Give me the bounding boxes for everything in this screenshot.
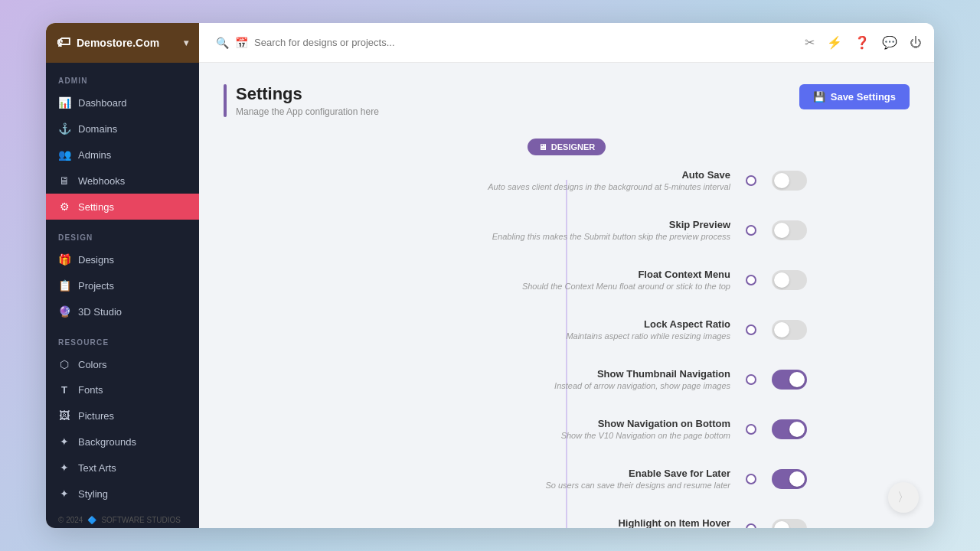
toggle-highlight-hover[interactable]	[772, 519, 807, 529]
setting-desc: Auto saves client designs in the backgro…	[224, 182, 730, 191]
sidebar-item-projects[interactable]: 📋 Projects	[46, 272, 199, 298]
setting-desc: Should the Context Menu float around or …	[224, 282, 730, 291]
setting-desc: Enabling this makes the Submit button sk…	[224, 232, 730, 241]
resource-section-label: RESOURCE	[46, 324, 199, 351]
sidebar-label-webhooks: Webhooks	[78, 175, 125, 187]
settings-list: Auto Save Auto saves client designs in t…	[224, 155, 910, 528]
search-input[interactable]	[254, 37, 788, 48]
designer-badge-label: DESIGNER	[551, 142, 595, 152]
sidebar-item-colors[interactable]: ⬡ Colors	[46, 351, 199, 377]
sidebar-footer: © 2024 🔷 SOFTWARE STUDIOS	[46, 507, 199, 528]
setting-toggle-area	[756, 171, 910, 191]
toggle-thumb	[789, 422, 805, 437]
sidebar-item-admins[interactable]: 👥 Admins	[46, 142, 199, 168]
toggle-float-context-menu[interactable]	[772, 270, 807, 290]
toggle-thumb	[774, 322, 789, 337]
chat-icon[interactable]: 💬	[882, 35, 897, 50]
designer-badge: 🖥 DESIGNER	[528, 139, 606, 155]
setting-info: Skip Preview Enabling this makes the Sub…	[224, 219, 746, 241]
sidebar-label-projects: Projects	[78, 280, 114, 292]
sidebar-item-webhooks[interactable]: 🖥 Webhooks	[46, 168, 199, 194]
toggle-thumb	[774, 521, 789, 529]
sidebar-label-admins: Admins	[78, 149, 111, 161]
setting-row: Highlight on Item Hover Highlights the i…	[224, 504, 910, 528]
lightning-icon[interactable]: ⚡	[827, 35, 842, 50]
topbar-logo[interactable]: 🏷 Demostore.Com ▾	[46, 23, 199, 63]
sidebar-item-settings[interactable]: ⚙ Settings	[46, 194, 199, 220]
webhooks-icon: 🖥	[58, 174, 70, 187]
settings-icon: ⚙	[58, 201, 70, 213]
sidebar-item-fonts[interactable]: T Fonts	[46, 377, 199, 403]
power-icon[interactable]: ⏻	[910, 36, 922, 50]
timeline-dot	[746, 275, 756, 285]
toggle-thumb	[774, 173, 789, 188]
setting-toggle-area	[756, 519, 910, 529]
toggle-track	[772, 419, 807, 439]
timeline-dot	[746, 175, 756, 186]
toggle-enable-save-later[interactable]	[772, 469, 807, 489]
sidebar-item-textarts[interactable]: ✦ Text Arts	[46, 455, 199, 481]
timeline-dot	[746, 374, 756, 385]
topbar: 🏷 Demostore.Com ▾ 🔍 📅 ✂ ⚡ ❓ 💬 ⏻	[46, 23, 934, 63]
toggle-show-thumbnail-nav[interactable]	[772, 370, 807, 390]
cut-icon[interactable]: ✂	[805, 35, 815, 50]
toggle-thumb	[774, 223, 789, 238]
toggle-thumb	[789, 471, 805, 487]
sidebar-item-domains[interactable]: ⚓ Domains	[46, 116, 199, 142]
sidebar-item-dashboard[interactable]: 📊 Dashboard	[46, 90, 199, 116]
sidebar-label-domains: Domains	[78, 123, 117, 135]
sidebar-item-3dstudio[interactable]: 🔮 3D Studio	[46, 298, 199, 324]
content-area: Settings Manage the App configuration he…	[199, 63, 934, 528]
sidebar-item-styling[interactable]: ✦ Styling	[46, 481, 199, 507]
sidebar-item-backgrounds[interactable]: ✦ Backgrounds	[46, 429, 199, 455]
calendar-icon: 📅	[235, 37, 248, 49]
timeline-dot	[746, 424, 756, 435]
search-area: 🔍 📅	[205, 37, 799, 49]
setting-name: Auto Save	[224, 169, 730, 181]
app-window: 🏷 Demostore.Com ▾ 🔍 📅 ✂ ⚡ ❓ 💬 ⏻ ADMIN 📊 …	[46, 23, 934, 528]
toggle-track	[772, 270, 807, 290]
scroll-to-top-button[interactable]: 〉	[888, 482, 919, 513]
save-icon: 💾	[813, 91, 825, 103]
setting-row: Show Navigation on Bottom Show the V10 N…	[224, 404, 910, 454]
toggle-skip-preview[interactable]	[772, 220, 807, 240]
colors-icon: ⬡	[58, 358, 70, 370]
setting-toggle-area	[756, 270, 910, 290]
textarts-icon: ✦	[58, 461, 70, 474]
setting-info: Enable Save for Later So users can save …	[224, 468, 746, 490]
setting-row: Skip Preview Enabling this makes the Sub…	[224, 205, 910, 255]
help-icon[interactable]: ❓	[854, 35, 870, 50]
backgrounds-icon: ✦	[58, 435, 70, 448]
setting-info: Show Navigation on Bottom Show the V10 N…	[224, 418, 746, 440]
toggle-track	[772, 519, 807, 529]
sidebar-label-fonts: Fonts	[78, 384, 103, 396]
settings-rows-container: Auto Save Auto saves client designs in t…	[224, 155, 910, 528]
sidebar-label-dashboard: Dashboard	[78, 97, 127, 109]
setting-info: Auto Save Auto saves client designs in t…	[224, 169, 746, 191]
setting-name: Skip Preview	[224, 219, 730, 230]
page-title: Settings	[236, 84, 379, 104]
setting-toggle-area	[756, 320, 910, 340]
app-title: Demostore.Com	[77, 37, 159, 49]
toggle-show-nav-bottom[interactable]	[772, 419, 807, 439]
setting-toggle-area	[756, 220, 910, 240]
setting-name: Show Navigation on Bottom	[224, 418, 730, 429]
topbar-actions: ✂ ⚡ ❓ 💬 ⏻	[805, 35, 922, 50]
badge-row: 🖥 DESIGNER	[224, 139, 910, 155]
chevron-down-icon: ▾	[184, 37, 188, 48]
toggle-lock-aspect-ratio[interactable]	[772, 320, 807, 340]
setting-info: Lock Aspect Ratio Maintains aspect ratio…	[224, 318, 746, 341]
save-settings-button[interactable]: 💾 Save Settings	[799, 84, 910, 109]
main-layout: ADMIN 📊 Dashboard ⚓ Domains 👥 Admins 🖥 W…	[46, 63, 934, 528]
save-btn-label: Save Settings	[831, 91, 896, 103]
setting-name: Enable Save for Later	[224, 468, 730, 479]
sidebar-item-designs[interactable]: 🎁 Designs	[46, 246, 199, 272]
setting-name: Float Context Menu	[224, 269, 730, 280]
timeline-dot	[746, 324, 756, 335]
toggle-auto-save[interactable]	[772, 171, 807, 191]
domains-icon: ⚓	[58, 122, 70, 135]
setting-toggle-area	[756, 370, 910, 390]
setting-info: Highlight on Item Hover Highlights the i…	[224, 517, 746, 528]
setting-row: Enable Save for Later So users can save …	[224, 454, 910, 504]
sidebar-item-pictures[interactable]: 🖼 Pictures	[46, 403, 199, 429]
